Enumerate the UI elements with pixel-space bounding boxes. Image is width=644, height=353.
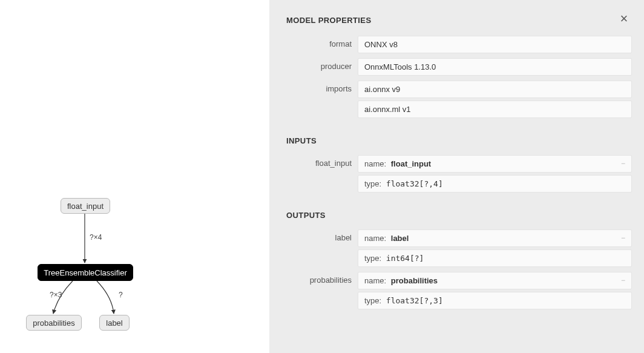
graph-edges <box>0 0 269 353</box>
output-type-key-0: type: <box>364 254 381 263</box>
panel-title: MODEL PROPERTIES <box>286 16 632 25</box>
graph-input-node[interactable]: float_input <box>61 198 110 214</box>
prop-value-imports-0: ai.onnx v9 <box>358 81 632 98</box>
input-type-val-0: float32[?,4] <box>386 179 443 188</box>
output-label-1: probabilities <box>286 272 358 285</box>
input-type-0: type: float32[?,4] <box>358 175 632 193</box>
output-name-0: name: label − <box>358 229 632 247</box>
output-label-0: label <box>286 229 358 242</box>
outputs-section-title: OUTPUTS <box>286 211 632 220</box>
prop-value-imports-1: ai.onnx.ml v1 <box>358 101 632 118</box>
graph-op-node[interactable]: TreeEnsembleClassifier <box>38 264 133 281</box>
graph-edge-label-input: ?×4 <box>90 233 102 242</box>
graph-edge-label-prob: ?×3 <box>50 291 62 299</box>
close-icon[interactable]: × <box>617 12 631 25</box>
expand-icon[interactable]: − <box>621 234 625 242</box>
output-name-val-0: label <box>391 234 409 243</box>
output-type-key-1: type: <box>364 296 381 305</box>
output-name-key-0: name: <box>364 234 386 243</box>
expand-icon[interactable]: − <box>621 276 625 285</box>
inputs-section-title: INPUTS <box>286 136 632 145</box>
input-name-0: name: float_input − <box>358 155 632 173</box>
output-name-val-1: probabilities <box>391 276 438 285</box>
output-type-val-0: int64[?] <box>386 254 424 263</box>
output-type-1: type: float32[?,3] <box>358 292 632 309</box>
input-label-0: float_input <box>286 155 358 168</box>
graph-edge-label-label: ? <box>119 291 123 299</box>
input-type-key-0: type: <box>364 179 381 188</box>
properties-panel: × MODEL PROPERTIES format ONNX v8 produc… <box>269 0 644 353</box>
prop-label-producer: producer <box>286 58 358 71</box>
graph-canvas[interactable]: float_input ?×4 TreeEnsembleClassifier ?… <box>0 0 269 353</box>
graph-output-probabilities[interactable]: probabilities <box>26 315 82 331</box>
prop-value-format: ONNX v8 <box>358 36 632 53</box>
output-type-val-1: float32[?,3] <box>386 296 443 305</box>
prop-value-producer: OnnxMLTools 1.13.0 <box>358 58 632 76</box>
output-name-1: name: probabilities − <box>358 272 632 289</box>
prop-label-imports: imports <box>286 81 358 93</box>
output-name-key-1: name: <box>364 276 386 285</box>
prop-label-format: format <box>286 36 358 48</box>
input-name-key-0: name: <box>364 159 386 168</box>
graph-output-label[interactable]: label <box>99 315 130 331</box>
input-name-val-0: float_input <box>391 159 431 168</box>
expand-icon[interactable]: − <box>621 159 625 168</box>
output-type-0: type: int64[?] <box>358 249 632 267</box>
